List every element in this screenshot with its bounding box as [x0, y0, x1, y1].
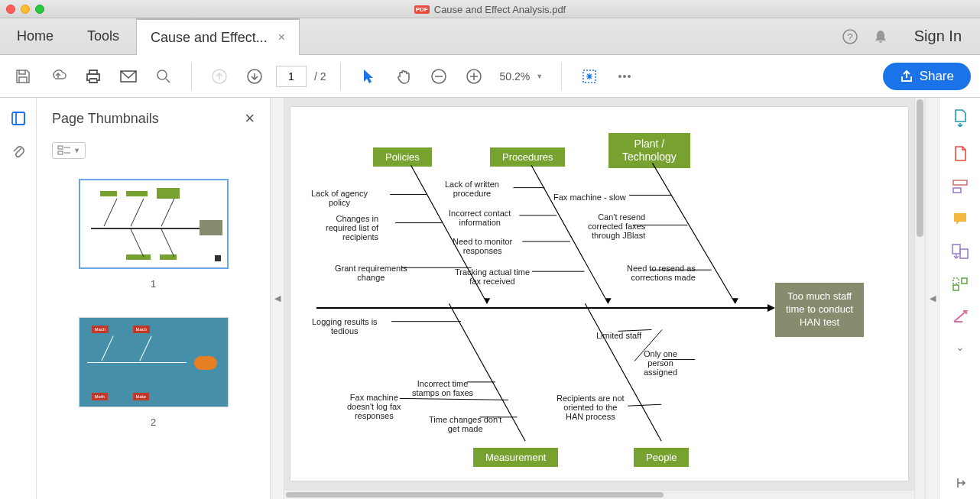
close-window-icon[interactable]	[6, 5, 15, 14]
svg-line-28	[652, 163, 735, 303]
thumbnail-page-2[interactable]: Mach Mach Meth Mate	[79, 317, 229, 407]
cause-label: Logging results is tedious	[312, 317, 378, 335]
cloud-upload-icon[interactable]	[44, 63, 72, 90]
edit-pdf-icon[interactable]	[952, 179, 969, 194]
svg-text:?: ?	[847, 31, 852, 43]
svg-line-47	[628, 404, 661, 406]
svg-rect-53	[960, 249, 968, 258]
svg-rect-55	[962, 278, 967, 284]
thumbnail-label-2: 2	[151, 416, 156, 428]
svg-point-3	[157, 70, 167, 79]
search-icon[interactable]	[150, 63, 177, 90]
thumbnails-rail-icon[interactable]	[10, 110, 27, 127]
page-down-icon[interactable]	[241, 63, 268, 90]
minimize-window-icon[interactable]	[21, 5, 30, 14]
title-bar: PDF Cause and Effect Analysis.pdf	[0, 0, 980, 18]
cause-label: Lack of written procedure	[445, 180, 499, 198]
right-rail: ⌄	[939, 98, 980, 499]
chevron-down-icon: ▼	[73, 147, 80, 154]
sign-in-button[interactable]: Sign In	[896, 28, 980, 45]
cause-label: Incorrect contact information	[449, 209, 511, 227]
print-icon[interactable]	[80, 63, 107, 90]
page-view: Policies Procedures Plant / Technology M…	[284, 98, 925, 499]
svg-rect-52	[952, 245, 960, 254]
tab-document-label: Cause and Effect...	[151, 30, 268, 46]
more-rail-icon[interactable]: ⌄	[956, 341, 965, 353]
thumbnail-page-1[interactable]	[79, 179, 229, 269]
svg-point-13	[618, 75, 621, 78]
cause-label: Time changes don't get made	[429, 415, 501, 433]
cause-label: Recipients are not oriented to the HAN p…	[557, 394, 625, 421]
svg-point-15	[628, 75, 631, 78]
pdf-icon: PDF	[414, 5, 430, 14]
hand-tool-icon[interactable]	[390, 63, 417, 90]
svg-rect-20	[58, 151, 63, 154]
tab-close-button[interactable]: ×	[278, 31, 285, 44]
svg-line-43	[400, 398, 508, 400]
zoom-level-dropdown[interactable]: 50.2% ▼	[495, 69, 548, 84]
cause-label: Fax machine doesn't log fax responses	[347, 393, 401, 420]
svg-rect-51	[953, 188, 961, 193]
create-pdf-icon[interactable]	[952, 144, 969, 162]
combine-icon[interactable]	[951, 243, 969, 260]
thumbnail-options-dropdown[interactable]: ▼	[52, 142, 86, 159]
zoom-out-icon[interactable]	[425, 63, 453, 90]
svg-rect-17	[16, 112, 24, 125]
cause-label: Tracking actual time fax received	[455, 267, 530, 286]
left-rail	[0, 98, 37, 499]
cause-label: Lack of agency policy	[311, 189, 368, 207]
collapse-left-button[interactable]: ◀	[271, 98, 284, 499]
svg-marker-25	[484, 298, 490, 303]
thumbnails-panel: Page Thumbnails × ▼	[37, 98, 271, 499]
more-tools-icon[interactable]	[611, 63, 638, 90]
vertical-scrollbar[interactable]	[914, 98, 925, 499]
share-button[interactable]: Share	[883, 63, 971, 90]
attachments-rail-icon[interactable]	[11, 144, 26, 160]
cause-label: Grant requirements change	[335, 264, 407, 282]
export-pdf-icon[interactable]	[952, 109, 969, 127]
page-number-input[interactable]	[276, 66, 307, 87]
page-up-icon[interactable]	[206, 63, 233, 90]
comment-icon[interactable]	[952, 211, 969, 226]
thumbnails-title: Page Thumbnails	[52, 111, 159, 127]
tab-home[interactable]: Home	[0, 18, 70, 54]
collapse-rail-icon[interactable]	[953, 476, 967, 490]
save-icon[interactable]	[9, 63, 37, 90]
app-tabs: Home Tools Cause and Effect... × ? Sign …	[0, 18, 980, 55]
pdf-page-1: Policies Procedures Plant / Technology M…	[290, 107, 908, 481]
select-tool-icon[interactable]	[355, 63, 382, 90]
svg-rect-56	[953, 285, 959, 290]
toolbar: / 2 50.2% ▼ Share	[0, 55, 980, 98]
cause-label: Fax machine - slow	[553, 193, 626, 202]
zoom-in-icon[interactable]	[460, 63, 488, 90]
notifications-icon[interactable]	[865, 21, 896, 52]
cause-label: Changes in required list of recipients	[326, 214, 378, 241]
collapse-right-button[interactable]: ◀	[925, 98, 939, 499]
svg-line-4	[166, 79, 170, 83]
email-icon[interactable]	[115, 63, 142, 90]
page-total: / 2	[314, 70, 326, 83]
help-icon[interactable]: ?	[835, 21, 865, 52]
svg-marker-29	[732, 298, 738, 303]
fit-tool-icon[interactable]	[576, 63, 603, 90]
maximize-window-icon[interactable]	[35, 5, 44, 14]
svg-rect-16	[12, 112, 24, 125]
horizontal-scrollbar[interactable]	[284, 490, 914, 499]
tab-document[interactable]: Cause and Effect... ×	[136, 18, 300, 55]
share-icon	[900, 70, 913, 83]
organize-icon[interactable]	[952, 277, 969, 292]
share-label: Share	[920, 69, 954, 84]
cause-label: Need to resend as corrections made	[627, 264, 696, 282]
cause-label: Incorrect time stamps on faxes	[412, 379, 473, 397]
cause-label: Limited staff	[596, 331, 641, 340]
zoom-value: 50.2%	[500, 70, 531, 83]
svg-rect-18	[58, 146, 63, 149]
svg-rect-54	[953, 278, 959, 284]
close-panel-button[interactable]: ×	[245, 109, 255, 128]
cause-label: Can't resend corrected faxes through JBl…	[588, 212, 645, 240]
chevron-down-icon: ▼	[536, 73, 543, 80]
cause-label: Need to monitor responses	[453, 237, 512, 255]
window-title: Cause and Effect Analysis.pdf	[434, 4, 566, 15]
tab-tools[interactable]: Tools	[70, 18, 136, 54]
sign-icon[interactable]	[952, 309, 969, 324]
